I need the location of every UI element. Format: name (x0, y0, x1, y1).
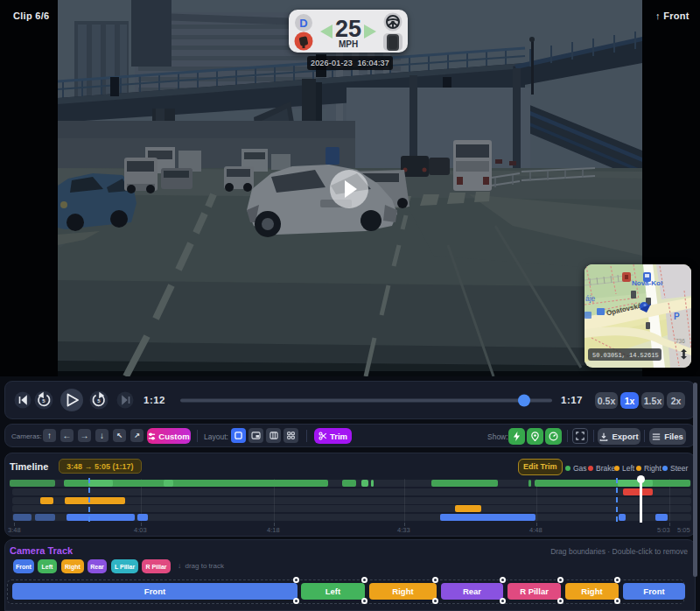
svg-text:áje: áje (585, 294, 596, 303)
svg-text:P: P (674, 312, 680, 321)
svg-text:Nová-Kol: Nová-Kol (632, 279, 662, 287)
svg-text:1:17: 1:17 (561, 395, 583, 405)
svg-text:1:12: 1:12 (144, 395, 165, 405)
svg-text:D: D (299, 17, 307, 30)
svg-text:50.03051, 14.52615: 50.03051, 14.52615 (592, 352, 659, 359)
svg-text:MPH: MPH (339, 39, 358, 49)
svg-text:736: 736 (676, 338, 685, 344)
svg-text:25: 25 (335, 16, 361, 42)
